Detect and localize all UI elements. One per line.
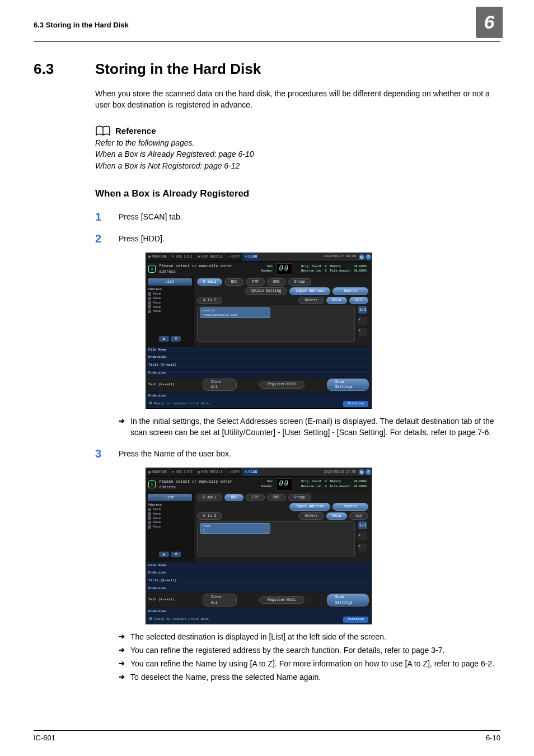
- dest-tab-group[interactable]: Group: [288, 494, 312, 501]
- printer-status: 🖶 Ready to receive print data: [149, 402, 209, 407]
- dest-tab-hdd[interactable]: HDD: [224, 278, 243, 286]
- step3-note-3: You can refine the Name by using [A to Z…: [119, 658, 498, 669]
- help-icon[interactable]: ?: [366, 254, 371, 260]
- status-stats: Orig. Count0Memory99.600% Reserve Job0Fi…: [299, 479, 369, 489]
- input-address-button[interactable]: Input Address: [289, 287, 330, 295]
- disk-icon: [148, 512, 151, 516]
- group-icon: [148, 310, 151, 313]
- main-button[interactable]: Main: [326, 512, 348, 520]
- register-edit-button[interactable]: Register/Edit: [259, 381, 305, 388]
- dest-tab-group[interactable]: Group: [288, 278, 312, 286]
- dest-tab-email[interactable]: E-mail: [197, 278, 222, 286]
- dest-tab-smb[interactable]: SMB: [267, 278, 286, 286]
- touchscreen-panel-2: ▣MACHINE ≡JOB LIST ▤HDD RECALL ▭COPY ✎SC…: [146, 468, 372, 624]
- set-number-value: 00: [277, 263, 292, 275]
- list-button[interactable]: List: [148, 494, 192, 501]
- main-button[interactable]: Main: [326, 297, 348, 304]
- search-button[interactable]: Search: [332, 287, 368, 295]
- dest-tab-email[interactable]: E-mail: [197, 494, 222, 501]
- step3-note-4: To deselect the Name, press the selected…: [119, 671, 498, 683]
- tab-machine[interactable]: ▣MACHINE: [146, 253, 169, 261]
- step2-note-1: In the initial settings, the Select Addr…: [119, 416, 498, 438]
- list-up-button[interactable]: ▲: [159, 336, 169, 342]
- subsection-heading: When a Box is Already Registered: [95, 187, 498, 201]
- rotation-button[interactable]: Rotation: [343, 617, 368, 623]
- set-number-label: Set Number: [254, 264, 273, 274]
- scroll-up-button[interactable]: ▲: [358, 533, 367, 540]
- pc-icon: [148, 292, 151, 296]
- page-indicator: 1/1: [358, 521, 367, 529]
- list-down-button[interactable]: ▼: [171, 336, 181, 342]
- server-icon: [148, 301, 151, 305]
- all-button[interactable]: All: [349, 512, 368, 520]
- footer-right: 6-10: [486, 733, 500, 744]
- running-head-left: 6.3 Storing in the Hard Disk: [34, 20, 129, 31]
- scroll-down-button[interactable]: ▼: [358, 544, 367, 552]
- all-button[interactable]: All: [349, 297, 368, 304]
- a-to-z-button[interactable]: A to Z: [197, 512, 222, 520]
- server-icon: [148, 516, 151, 520]
- tab-scan[interactable]: ✎SCAN: [243, 468, 260, 476]
- clock: 2010/05/27 16:39: [322, 254, 358, 259]
- scan-settings-button[interactable]: Scan Settings: [327, 594, 369, 606]
- tab-copy[interactable]: ▭COPY: [226, 253, 242, 261]
- scan-settings-button[interactable]: Scan Settings: [327, 379, 369, 391]
- reference-line-3: When a Box is Not Registered: page 6-12: [95, 160, 498, 171]
- a-to-z-button[interactable]: A to Z: [197, 297, 222, 304]
- register-edit-button[interactable]: Register/Edit: [259, 596, 305, 604]
- step3-note-1: The selected destination is displayed in…: [119, 631, 498, 642]
- list-button[interactable]: List: [148, 278, 192, 286]
- step-text-2: Press [HDD].: [119, 233, 498, 244]
- tab-joblist[interactable]: ≡JOB LIST: [170, 468, 195, 476]
- dest-tab-ftp[interactable]: FTP: [246, 278, 265, 286]
- footer-left: IC-601: [34, 733, 55, 744]
- tab-hdd-recall[interactable]: ▤HDD RECALL: [195, 468, 225, 476]
- tab-joblist[interactable]: ≡JOB LIST: [170, 253, 195, 261]
- tab-copy[interactable]: ▭COPY: [226, 468, 242, 476]
- list-up-button[interactable]: ▲: [159, 552, 169, 557]
- help-icon[interactable]: ?: [366, 469, 371, 475]
- reference-line-2: When a Box is Already Registered: page 6…: [95, 148, 498, 160]
- step3-note-2: You can refine the registered address by…: [119, 645, 498, 656]
- box-entry[interactable]: hdd1 1: [200, 523, 270, 534]
- group-icon: [148, 525, 151, 529]
- address-entry[interactable]: sample sample@sample.com: [200, 307, 270, 318]
- dest-tab-ftp[interactable]: FTP: [246, 494, 265, 501]
- step-number-3: 3: [95, 446, 119, 462]
- search-button[interactable]: Search: [332, 503, 368, 510]
- clear-all-button[interactable]: Clear All: [203, 379, 237, 391]
- power-icon[interactable]: ⏻: [359, 469, 364, 475]
- status-stats: Orig. Count0Memory99.600% Reserve Job0Fi…: [299, 264, 369, 274]
- list-down-button[interactable]: ▼: [171, 552, 181, 557]
- reference-heading: Reference: [115, 125, 156, 137]
- address-label: Address: [148, 287, 192, 292]
- info-icon: i: [148, 265, 156, 273]
- folder-icon: [148, 305, 151, 309]
- step-text-3: Press the Name of the user box.: [119, 446, 498, 459]
- printer-status: 🖶 Ready to receive print data: [149, 617, 209, 622]
- tab-scan[interactable]: ✎SCAN: [243, 253, 260, 261]
- option-setting-button[interactable]: Option Setting: [245, 287, 288, 295]
- address-label: Address: [148, 503, 192, 507]
- top-message: Please select or manually enter address: [159, 479, 247, 490]
- set-number-label: Set Number: [254, 479, 273, 489]
- tab-machine[interactable]: ▣MACHINE: [146, 468, 169, 476]
- others-button[interactable]: Others: [298, 512, 324, 520]
- intro-paragraph: When you store the scanned data on the h…: [95, 88, 498, 111]
- divider: [34, 41, 500, 42]
- disk-icon: [148, 297, 151, 300]
- step-text-1: Press [SCAN] tab.: [119, 209, 498, 222]
- scroll-down-button[interactable]: ▼: [358, 328, 367, 336]
- dest-tab-smb[interactable]: SMB: [267, 494, 286, 501]
- info-icon: i: [148, 480, 156, 488]
- pc-icon: [148, 508, 151, 511]
- scroll-up-button[interactable]: ▲: [358, 317, 367, 325]
- input-address-button[interactable]: Input Address: [289, 503, 330, 510]
- others-button[interactable]: Others: [298, 297, 324, 304]
- dest-tab-hdd[interactable]: HDD: [224, 494, 243, 501]
- step-number-2: 2: [95, 231, 119, 247]
- rotation-button[interactable]: Rotation: [343, 401, 368, 407]
- clear-all-button[interactable]: Clear All: [203, 594, 237, 606]
- power-icon[interactable]: ⏻: [359, 254, 364, 260]
- tab-hdd-recall[interactable]: ▤HDD RECALL: [195, 253, 225, 261]
